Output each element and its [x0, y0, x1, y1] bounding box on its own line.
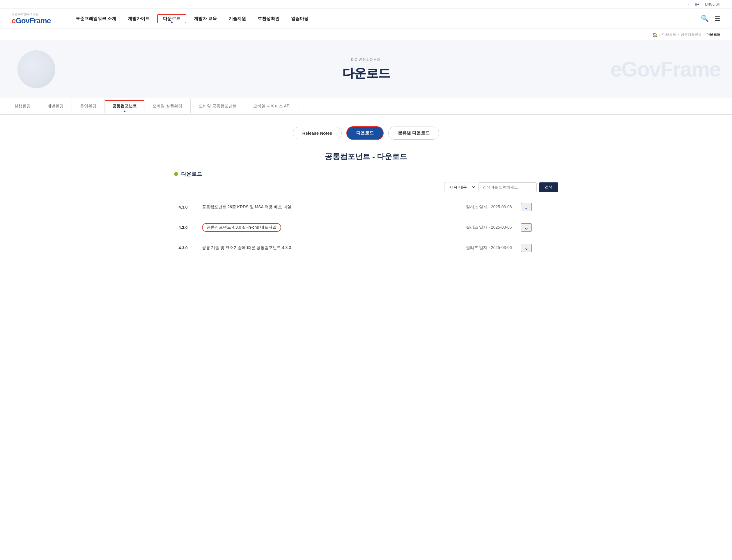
hero-title: 다운로드 [12, 65, 720, 81]
hero-circle-decoration [17, 50, 55, 88]
sub-tab-download[interactable]: 다운로드 [346, 126, 384, 140]
breadcrumb-separator-2: › [678, 33, 679, 37]
title-cell-highlighted: 공통컴포넌트 4.3.0 all-in-one 배포파일 [197, 217, 402, 238]
nav-item-education[interactable]: 개발자 교육 [188, 8, 223, 29]
tab-bar: 실행환경 개발환경 운영환경 공통컴포넌트 모바일 실행환경 모바일 공통컴포넌… [0, 98, 732, 115]
tab-mobile-common[interactable]: 모바일 공통컴포넌트 [191, 99, 245, 113]
table-row: 4.3.0 공통컴포넌트 4.3.0 all-in-one 배포파일 릴리즈 일… [174, 217, 558, 238]
section-header: 다운로드 [174, 170, 558, 177]
version-cell: 4.3.0 [174, 217, 197, 238]
logo-small-text: 표준프레임워크 포털 [12, 12, 52, 16]
search-bar: 제목+내용 검색 [174, 182, 558, 192]
title-cell: 공통컴포넌트 26종 KRDS 및 MSA 적용 배포 파일 [197, 197, 402, 217]
home-icon[interactable]: 🏠 [653, 32, 658, 37]
breadcrumb-item-1[interactable]: 다운로드 [662, 32, 676, 37]
tab-mobile-api[interactable]: 모바일 디바이스 API [245, 99, 299, 113]
breadcrumb-separator-3: › [703, 33, 705, 37]
nav-item-compat[interactable]: 호환성확인 [252, 8, 285, 29]
sub-tabs: Release Notes 다운로드 분류별 다운로드 [0, 115, 732, 149]
tab-devenv[interactable]: 개발환경 [39, 99, 72, 113]
menu-icon[interactable]: ☰ [715, 15, 720, 22]
expand-button[interactable]: ⌄ [521, 244, 532, 252]
header-icons: 🔍 ☰ [701, 15, 720, 22]
table-row: 4.3.0 공통 기술 및 요소기술에 따른 공통컴포넌트 4.3.0 릴리즈 … [174, 238, 558, 258]
top-bar: • 홈 • ENGLISH [0, 0, 732, 9]
tab-common[interactable]: 공통컴포넌트 [105, 100, 144, 112]
date-cell: 릴리즈 일자 - 2025-03-06 [402, 217, 517, 238]
section-dot-icon [174, 172, 178, 176]
expand-button[interactable]: ⌄ [521, 203, 532, 211]
table-row: 4.3.0 공통컴포넌트 26종 KRDS 및 MSA 적용 배포 파일 릴리즈… [174, 197, 558, 217]
search-button[interactable]: 검색 [539, 182, 558, 192]
nav-item-download[interactable]: 다운로드 [157, 14, 186, 23]
date-cell: 릴리즈 일자 - 2025-03-06 [402, 197, 517, 217]
tab-opsenv[interactable]: 운영환경 [72, 99, 105, 113]
breadcrumb-item-2[interactable]: 공통컴포넌트 [681, 32, 702, 37]
nav-item-techsupport[interactable]: 기술지원 [223, 8, 252, 29]
home-link[interactable]: 홈 [694, 2, 698, 7]
title-cell: 공통 기술 및 요소기술에 따른 공통컴포넌트 4.3.0 [197, 238, 402, 258]
logo[interactable]: 표준프레임워크 포털 eGovFrame [12, 12, 52, 25]
version-cell: 4.3.0 [174, 238, 197, 258]
hero-section: eGovFrame DOWNLOAD 다운로드 [0, 40, 732, 98]
english-link[interactable]: ENGLISH [705, 2, 720, 6]
tab-runtime[interactable]: 실행환경 [6, 99, 39, 113]
breadcrumb-separator: › [659, 33, 660, 37]
main-nav: 표준프레임워크 소개 개발가이드 다운로드 개발자 교육 기술지원 호환성확인 … [70, 8, 701, 29]
header: 표준프레임워크 포털 eGovFrame 표준프레임워크 소개 개발가이드 다운… [0, 9, 732, 29]
search-select[interactable]: 제목+내용 [444, 182, 476, 192]
breadcrumb-current: 다운로드 [706, 32, 720, 37]
sub-tab-category[interactable]: 분류별 다운로드 [388, 127, 439, 140]
section-label: 다운로드 [181, 170, 202, 177]
expand-button[interactable]: ⌄ [521, 223, 532, 232]
search-icon[interactable]: 🔍 [701, 15, 709, 22]
nav-item-devguide[interactable]: 개발가이드 [122, 8, 155, 29]
nav-item-notice[interactable]: 알림마당 [285, 8, 314, 29]
section-title: 공통컴포넌트 - 다운로드 [0, 149, 732, 170]
logo-main-text: eGovFrame [12, 16, 52, 25]
breadcrumb: 🏠 › 다운로드 › 공통컴포넌트 › 다운로드 [0, 29, 732, 40]
date-cell: 릴리즈 일자 - 2025-03-06 [402, 238, 517, 258]
tab-mobile-runtime[interactable]: 모바일 실행환경 [144, 99, 191, 113]
search-input[interactable] [479, 182, 537, 192]
version-cell: 4.3.0 [174, 197, 197, 217]
hero-subtitle: DOWNLOAD [12, 58, 720, 62]
nav-item-intro[interactable]: 표준프레임워크 소개 [70, 8, 122, 29]
download-table: 4.3.0 공통컴포넌트 26종 KRDS 및 MSA 적용 배포 파일 릴리즈… [174, 197, 558, 258]
sub-tab-release-notes[interactable]: Release Notes [293, 127, 342, 139]
download-section: 다운로드 제목+내용 검색 4.3.0 공통컴포넌트 26종 KRDS 및 MS… [162, 170, 570, 270]
